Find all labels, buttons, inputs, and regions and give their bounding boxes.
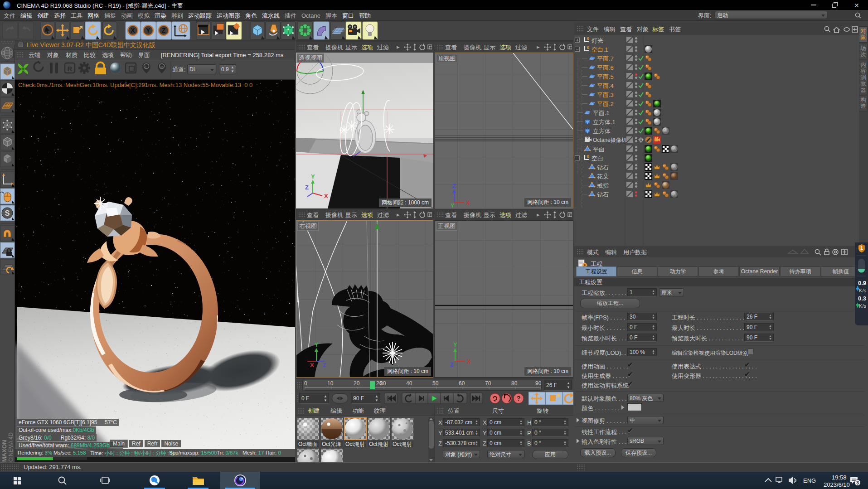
svg-text:0: 0 (587, 154, 589, 159)
svg-text:?: ? (517, 395, 521, 402)
svg-text:R: R (68, 65, 73, 73)
svg-text:20: 20 (354, 380, 360, 387)
svg-text:60: 60 (459, 380, 465, 387)
svg-text:90: 90 (535, 380, 541, 387)
svg-text:40: 40 (406, 380, 412, 387)
svg-text:Oct光泽: Oct光泽 (322, 441, 341, 447)
svg-text:0: 0 (587, 36, 589, 41)
svg-text:Z: Z (323, 362, 326, 368)
svg-text:Y: Y (311, 173, 315, 180)
svg-text:X: X (131, 27, 135, 34)
svg-text:F: F (145, 65, 148, 69)
svg-text:K/s: K/s (859, 303, 866, 309)
svg-text:80: 80 (511, 380, 518, 387)
svg-text:ENG: ENG (803, 477, 816, 484)
svg-text:Z: Z (162, 27, 166, 34)
svg-text:50: 50 (432, 380, 439, 387)
svg-text:MAXON: MAXON (1, 440, 8, 462)
svg-text:0.9: 0.9 (858, 280, 866, 286)
svg-text:Z: Z (305, 184, 309, 191)
svg-text:Z: Z (452, 183, 456, 189)
svg-text:K/s: K/s (859, 288, 866, 293)
svg-text:70: 70 (485, 380, 491, 387)
svg-text:Y: Y (146, 27, 150, 34)
svg-text:19:58: 19:58 (832, 474, 847, 481)
svg-text:Y: Y (315, 341, 319, 348)
svg-text:X: X (324, 193, 328, 199)
svg-text:Z: Z (450, 361, 454, 368)
svg-text:X: X (310, 362, 314, 368)
svg-text:1: 1 (860, 246, 863, 251)
svg-text:X: X (467, 358, 471, 365)
svg-text:26: 26 (376, 380, 383, 387)
svg-text:10: 10 (327, 380, 334, 387)
svg-text:S: S (5, 209, 10, 217)
svg-text:0.3: 0.3 (858, 295, 866, 302)
svg-text:Y: Y (453, 341, 457, 348)
svg-text:Oct漫射: Oct漫射 (393, 441, 412, 447)
svg-text:M: M (160, 65, 164, 69)
svg-text:Oct镜面: Oct镜面 (298, 441, 318, 447)
svg-text:Oct漫射: Oct漫射 (369, 441, 388, 447)
svg-text:Oct漫射: Oct漫射 (345, 441, 365, 447)
svg-text:3: 3 (856, 480, 859, 485)
svg-text:2023/6/10: 2023/6/10 (824, 481, 850, 488)
svg-text:X: X (466, 199, 470, 206)
svg-text:Y: Y (451, 202, 455, 208)
svg-text:0: 0 (304, 380, 307, 387)
svg-text:0: 0 (587, 45, 589, 50)
svg-text:CINEMA 4D: CINEMA 4D (8, 432, 14, 462)
